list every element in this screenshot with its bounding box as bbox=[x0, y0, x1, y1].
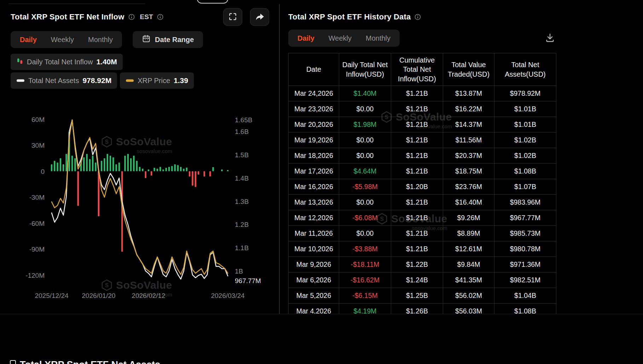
col-daily-inflow: Daily Total Net Inflow(USD) bbox=[339, 53, 391, 86]
table-row[interactable]: Mar 24,2026$1.40M$1.21B$13.87M$978.92M bbox=[289, 86, 556, 101]
tab-weekly[interactable]: Weekly bbox=[322, 30, 359, 47]
cumulative-cell: $1.21B bbox=[391, 86, 443, 101]
assets-cell: $978.92M bbox=[494, 86, 556, 101]
svg-text:2026/03/24: 2026/03/24 bbox=[211, 292, 245, 299]
col-value-traded: Total Value Traded(USD) bbox=[443, 53, 494, 86]
traded-cell: $8.89M bbox=[443, 226, 494, 241]
table-row[interactable]: Mar 13,2026$0.00$1.21B$16.40M$983.96M bbox=[289, 195, 556, 210]
svg-text:2025/12/24: 2025/12/24 bbox=[35, 292, 69, 299]
next-section-clipped: Total XRP Spot ETF Net Assets bbox=[0, 314, 643, 364]
legend-label: XRP Price bbox=[138, 77, 170, 85]
cumulative-cell: $1.25B bbox=[391, 288, 443, 304]
info-icon[interactable] bbox=[157, 13, 164, 20]
white-dash-icon bbox=[16, 77, 25, 84]
legend-value: 978.92M bbox=[82, 76, 111, 85]
date-range-label: Date Range bbox=[155, 36, 194, 44]
traded-cell: $56.02M bbox=[443, 288, 494, 304]
download-icon bbox=[545, 33, 555, 44]
table-header: Total XRP Spot ETF History Data bbox=[288, 9, 643, 25]
top-edge-strip bbox=[0, 0, 643, 4]
tab-weekly[interactable]: Weekly bbox=[44, 31, 81, 48]
inflow-cell: -$6.08M bbox=[339, 210, 391, 226]
svg-text:2026/01/20: 2026/01/20 bbox=[82, 292, 115, 299]
table-row[interactable]: Mar 20,2026$1.98M$1.21B$14.37M$1.01B bbox=[289, 117, 556, 133]
table-row[interactable]: Mar 6,2026-$16.62M$1.24B$41.35M$982.51M bbox=[289, 272, 556, 288]
date-range-button[interactable]: Date Range bbox=[133, 31, 203, 48]
table-row[interactable]: Mar 11,2026$0.00$1.21B$8.89M$985.73M bbox=[289, 226, 556, 241]
tab-daily[interactable]: Daily bbox=[13, 31, 44, 48]
inflow-cell: -$3.88M bbox=[339, 241, 391, 257]
clipped-section-title: Total XRP Spot ETF Net Assets bbox=[20, 359, 160, 364]
cumulative-cell: $1.21B bbox=[391, 101, 443, 117]
inflow-cell: -$6.15M bbox=[339, 288, 391, 304]
inflow-chart-area[interactable]: 60M30M0-30M-60M-90M-120M1.65B1.6B1.5B1.4… bbox=[11, 104, 269, 306]
date-cell: Mar 12,2026 bbox=[289, 210, 339, 226]
legend-total-net-assets[interactable]: Total Net Assets 978.92M bbox=[11, 72, 117, 89]
date-cell: Mar 16,2026 bbox=[289, 179, 339, 195]
assets-cell: $967.77M bbox=[494, 210, 556, 226]
inflow-cell: $0.00 bbox=[339, 226, 391, 241]
table-row[interactable]: Mar 9,2026-$18.11M$1.22B$9.84M$971.36M bbox=[289, 257, 556, 272]
table-row[interactable]: Mar 18,2026$0.00$1.21B$20.37M$1.02B bbox=[289, 148, 556, 164]
table-row[interactable]: Mar 23,2026$0.00$1.21B$16.22M$1.01B bbox=[289, 101, 556, 117]
date-cell: Mar 5,2026 bbox=[289, 288, 339, 304]
net-inflow-chart-panel: Total XRP Spot ETF Net Inflow EST bbox=[0, 4, 280, 314]
timezone-label: EST bbox=[140, 13, 153, 21]
history-data-panel: Total XRP Spot ETF History Data Daily We… bbox=[280, 4, 643, 314]
inflow-chart[interactable]: 60M30M0-30M-60M-90M-120M1.65B1.6B1.5B1.4… bbox=[11, 104, 269, 306]
date-cell: Mar 4,2026 bbox=[289, 304, 339, 314]
share-button[interactable] bbox=[250, 8, 269, 26]
chart-actions bbox=[223, 8, 269, 26]
legend-daily-net-inflow[interactable]: Daily Total Net Inflow 1.40M bbox=[11, 54, 123, 70]
legend-value: 1.40M bbox=[96, 58, 117, 66]
date-cell: Mar 24,2026 bbox=[289, 86, 339, 101]
tab-monthly[interactable]: Monthly bbox=[81, 31, 120, 48]
table-row[interactable]: Mar 17,2026$4.64M$1.21B$18.75M$1.08B bbox=[289, 164, 556, 179]
table-row[interactable]: Mar 12,2026-$6.08M$1.21B$9.26M$967.77M bbox=[289, 210, 556, 226]
fullscreen-button[interactable] bbox=[223, 8, 242, 26]
bar-pair-icon bbox=[16, 58, 23, 66]
date-cell: Mar 17,2026 bbox=[289, 164, 339, 179]
table-row[interactable]: Mar 16,2026-$5.98M$1.20B$23.76M$1.07B bbox=[289, 179, 556, 195]
cumulative-cell: $1.24B bbox=[391, 272, 443, 288]
traded-cell: $18.75M bbox=[443, 164, 494, 179]
traded-cell: $41.35M bbox=[443, 272, 494, 288]
tab-daily[interactable]: Daily bbox=[290, 30, 322, 47]
assets-cell: $980.78M bbox=[494, 241, 556, 257]
gold-dash-icon bbox=[126, 77, 134, 84]
date-cell: Mar 11,2026 bbox=[289, 226, 339, 241]
traded-cell: $9.26M bbox=[443, 210, 494, 226]
info-icon[interactable] bbox=[414, 13, 421, 20]
table-row[interactable]: Mar 10,2026-$3.88M$1.21B$12.61M$980.78M bbox=[289, 241, 556, 257]
clipped-section-icon bbox=[10, 360, 16, 364]
inflow-cell: $4.19M bbox=[339, 304, 391, 314]
date-cell: Mar 23,2026 bbox=[289, 101, 339, 117]
cumulative-cell: $1.21B bbox=[391, 133, 443, 148]
table-row[interactable]: Mar 5,2026-$6.15M$1.25B$56.02M$1.04B bbox=[289, 288, 556, 304]
date-cell: Mar 20,2026 bbox=[289, 117, 339, 133]
legend-label: Daily Total Net Inflow bbox=[27, 58, 93, 66]
tab-monthly[interactable]: Monthly bbox=[359, 30, 398, 47]
calendar-icon bbox=[142, 34, 151, 45]
date-cell: Mar 18,2026 bbox=[289, 148, 339, 164]
chart-header: Total XRP Spot ETF Net Inflow EST bbox=[11, 9, 269, 25]
legend-label: Total Net Assets bbox=[28, 77, 79, 85]
inflow-cell: $1.40M bbox=[339, 86, 391, 101]
info-icon[interactable] bbox=[128, 13, 135, 20]
cumulative-cell: $1.26B bbox=[391, 304, 443, 314]
cumulative-cell: $1.20B bbox=[391, 179, 443, 195]
traded-cell: $14.37M bbox=[443, 117, 494, 133]
history-table-body: Mar 24,2026$1.40M$1.21B$13.87M$978.92MMa… bbox=[289, 86, 556, 314]
legend-value: 1.39 bbox=[174, 76, 188, 85]
traded-cell: $13.87M bbox=[443, 86, 494, 101]
clipped-button-above bbox=[197, 0, 228, 4]
legend-xrp-price[interactable]: XRP Price 1.39 bbox=[120, 72, 194, 89]
svg-text:1.2B: 1.2B bbox=[235, 221, 249, 228]
assets-cell: $1.08B bbox=[494, 164, 556, 179]
table-row[interactable]: Mar 19,2026$0.00$1.21B$11.56M$1.02B bbox=[289, 133, 556, 148]
inflow-cell: $0.00 bbox=[339, 133, 391, 148]
table-row[interactable]: Mar 4,2026$4.19M$1.26B$56.03M$1.08B bbox=[289, 304, 556, 314]
download-button[interactable] bbox=[544, 32, 556, 44]
col-date: Date bbox=[289, 53, 339, 86]
traded-cell: $16.40M bbox=[443, 195, 494, 210]
